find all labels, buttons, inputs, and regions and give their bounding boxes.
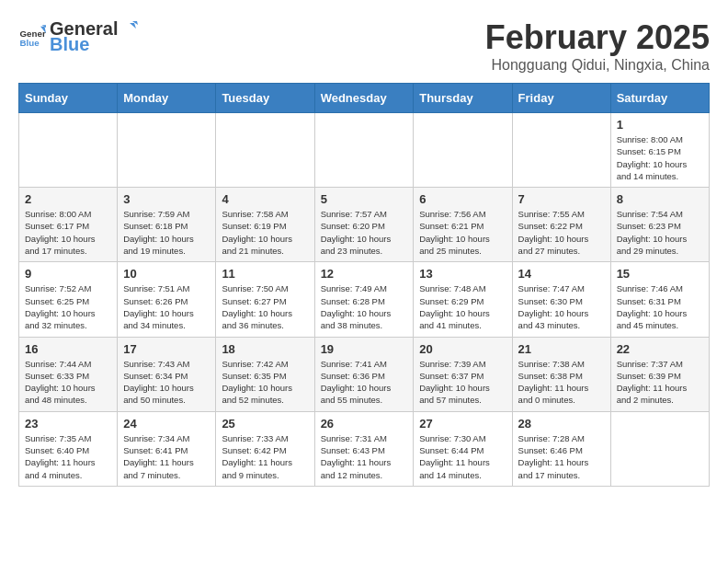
day-info: Sunrise: 7:54 AM Sunset: 6:23 PM Dayligh… (617, 208, 703, 257)
day-info: Sunrise: 7:52 AM Sunset: 6:25 PM Dayligh… (25, 282, 111, 331)
weekday-header: Saturday (610, 84, 709, 113)
day-number: 16 (25, 342, 111, 356)
month-title: February 2025 (485, 18, 710, 57)
svg-text:Blue: Blue (20, 38, 40, 48)
calendar-cell: 6Sunrise: 7:56 AM Sunset: 6:21 PM Daylig… (414, 188, 512, 262)
weekday-header: Thursday (414, 84, 512, 113)
title-area: February 2025 Hongguang Qidui, Ningxia, … (485, 18, 710, 74)
day-number: 25 (222, 417, 308, 431)
day-number: 12 (321, 267, 408, 281)
day-info: Sunrise: 7:41 AM Sunset: 6:36 PM Dayligh… (321, 358, 408, 407)
day-number: 28 (518, 417, 605, 431)
day-info: Sunrise: 7:38 AM Sunset: 6:38 PM Dayligh… (518, 358, 605, 407)
day-info: Sunrise: 8:00 AM Sunset: 6:17 PM Dayligh… (25, 208, 111, 257)
logo-bird-icon (119, 19, 140, 40)
calendar-cell: 10Sunrise: 7:51 AM Sunset: 6:26 PM Dayli… (118, 262, 216, 337)
weekday-header: Sunday (19, 84, 118, 113)
calendar-cell: 4Sunrise: 7:58 AM Sunset: 6:19 PM Daylig… (216, 188, 314, 262)
header: General Blue General Blue February 2025 … (18, 18, 710, 74)
calendar-cell: 14Sunrise: 7:47 AM Sunset: 6:30 PM Dayli… (512, 262, 610, 337)
calendar-cell: 20Sunrise: 7:39 AM Sunset: 6:37 PM Dayli… (414, 337, 512, 411)
calendar-week-row: 1Sunrise: 8:00 AM Sunset: 6:15 PM Daylig… (19, 113, 710, 188)
calendar-week-row: 16Sunrise: 7:44 AM Sunset: 6:33 PM Dayli… (19, 337, 710, 411)
calendar-cell (512, 113, 610, 188)
logo-icon: General Blue (18, 23, 46, 51)
calendar-cell: 3Sunrise: 7:59 AM Sunset: 6:18 PM Daylig… (118, 188, 216, 262)
calendar-header-row: SundayMondayTuesdayWednesdayThursdayFrid… (19, 84, 710, 113)
calendar-cell: 22Sunrise: 7:37 AM Sunset: 6:39 PM Dayli… (610, 337, 709, 411)
day-info: Sunrise: 7:50 AM Sunset: 6:27 PM Dayligh… (222, 282, 308, 331)
calendar-cell: 15Sunrise: 7:46 AM Sunset: 6:31 PM Dayli… (610, 262, 709, 337)
day-number: 11 (222, 267, 308, 281)
calendar-cell (19, 113, 118, 188)
weekday-header: Wednesday (314, 84, 414, 113)
day-info: Sunrise: 7:55 AM Sunset: 6:22 PM Dayligh… (518, 208, 605, 257)
calendar-cell (610, 411, 709, 486)
day-info: Sunrise: 7:44 AM Sunset: 6:33 PM Dayligh… (25, 358, 111, 407)
day-number: 6 (419, 192, 506, 206)
day-info: Sunrise: 7:33 AM Sunset: 6:42 PM Dayligh… (222, 432, 308, 481)
day-info: Sunrise: 7:48 AM Sunset: 6:29 PM Dayligh… (419, 282, 506, 331)
calendar-cell: 21Sunrise: 7:38 AM Sunset: 6:38 PM Dayli… (512, 337, 610, 411)
calendar-cell (314, 113, 414, 188)
day-number: 21 (518, 342, 605, 356)
calendar-cell: 28Sunrise: 7:28 AM Sunset: 6:46 PM Dayli… (512, 411, 610, 486)
calendar-cell: 8Sunrise: 7:54 AM Sunset: 6:23 PM Daylig… (610, 188, 709, 262)
calendar: SundayMondayTuesdayWednesdayThursdayFrid… (18, 83, 710, 487)
calendar-cell: 23Sunrise: 7:35 AM Sunset: 6:40 PM Dayli… (19, 411, 118, 486)
day-info: Sunrise: 7:39 AM Sunset: 6:37 PM Dayligh… (419, 358, 506, 407)
day-info: Sunrise: 7:35 AM Sunset: 6:40 PM Dayligh… (25, 432, 111, 481)
calendar-cell: 9Sunrise: 7:52 AM Sunset: 6:25 PM Daylig… (19, 262, 118, 337)
weekday-header: Friday (512, 84, 610, 113)
calendar-cell: 18Sunrise: 7:42 AM Sunset: 6:35 PM Dayli… (216, 337, 314, 411)
day-number: 20 (419, 342, 506, 356)
day-info: Sunrise: 7:34 AM Sunset: 6:41 PM Dayligh… (123, 432, 210, 481)
day-info: Sunrise: 7:42 AM Sunset: 6:35 PM Dayligh… (222, 358, 308, 407)
day-number: 3 (123, 192, 210, 206)
day-number: 14 (518, 267, 605, 281)
day-number: 15 (617, 267, 703, 281)
calendar-week-row: 9Sunrise: 7:52 AM Sunset: 6:25 PM Daylig… (19, 262, 710, 337)
day-number: 5 (321, 192, 408, 206)
day-info: Sunrise: 7:46 AM Sunset: 6:31 PM Dayligh… (617, 282, 703, 331)
calendar-cell: 13Sunrise: 7:48 AM Sunset: 6:29 PM Dayli… (414, 262, 512, 337)
calendar-cell: 2Sunrise: 8:00 AM Sunset: 6:17 PM Daylig… (19, 188, 118, 262)
calendar-cell: 26Sunrise: 7:31 AM Sunset: 6:43 PM Dayli… (314, 411, 414, 486)
day-info: Sunrise: 7:59 AM Sunset: 6:18 PM Dayligh… (123, 208, 210, 257)
calendar-cell: 16Sunrise: 7:44 AM Sunset: 6:33 PM Dayli… (19, 337, 118, 411)
day-info: Sunrise: 7:28 AM Sunset: 6:46 PM Dayligh… (518, 432, 605, 481)
day-info: Sunrise: 7:58 AM Sunset: 6:19 PM Dayligh… (222, 208, 308, 257)
day-number: 22 (617, 342, 703, 356)
day-number: 26 (321, 417, 408, 431)
day-info: Sunrise: 7:43 AM Sunset: 6:34 PM Dayligh… (123, 358, 210, 407)
day-number: 24 (123, 417, 210, 431)
calendar-week-row: 2Sunrise: 8:00 AM Sunset: 6:17 PM Daylig… (19, 188, 710, 262)
weekday-header: Monday (118, 84, 216, 113)
location-title: Hongguang Qidui, Ningxia, China (485, 57, 710, 74)
svg-marker-4 (130, 23, 136, 29)
calendar-cell: 27Sunrise: 7:30 AM Sunset: 6:44 PM Dayli… (414, 411, 512, 486)
day-info: Sunrise: 7:49 AM Sunset: 6:28 PM Dayligh… (321, 282, 408, 331)
day-number: 7 (518, 192, 605, 206)
day-number: 23 (25, 417, 111, 431)
calendar-cell (118, 113, 216, 188)
day-info: Sunrise: 8:00 AM Sunset: 6:15 PM Dayligh… (617, 133, 703, 182)
day-number: 18 (222, 342, 308, 356)
logo: General Blue General Blue (18, 18, 142, 55)
day-info: Sunrise: 7:51 AM Sunset: 6:26 PM Dayligh… (123, 282, 210, 331)
calendar-cell: 5Sunrise: 7:57 AM Sunset: 6:20 PM Daylig… (314, 188, 414, 262)
calendar-cell: 24Sunrise: 7:34 AM Sunset: 6:41 PM Dayli… (118, 411, 216, 486)
day-number: 13 (419, 267, 506, 281)
day-info: Sunrise: 7:47 AM Sunset: 6:30 PM Dayligh… (518, 282, 605, 331)
day-number: 4 (222, 192, 308, 206)
day-info: Sunrise: 7:37 AM Sunset: 6:39 PM Dayligh… (617, 358, 703, 407)
day-number: 9 (25, 267, 111, 281)
day-number: 1 (617, 118, 703, 132)
day-number: 8 (617, 192, 703, 206)
day-info: Sunrise: 7:57 AM Sunset: 6:20 PM Dayligh… (321, 208, 408, 257)
calendar-cell: 17Sunrise: 7:43 AM Sunset: 6:34 PM Dayli… (118, 337, 216, 411)
weekday-header: Tuesday (216, 84, 314, 113)
calendar-cell: 1Sunrise: 8:00 AM Sunset: 6:15 PM Daylig… (610, 113, 709, 188)
calendar-cell: 12Sunrise: 7:49 AM Sunset: 6:28 PM Dayli… (314, 262, 414, 337)
day-info: Sunrise: 7:31 AM Sunset: 6:43 PM Dayligh… (321, 432, 408, 481)
